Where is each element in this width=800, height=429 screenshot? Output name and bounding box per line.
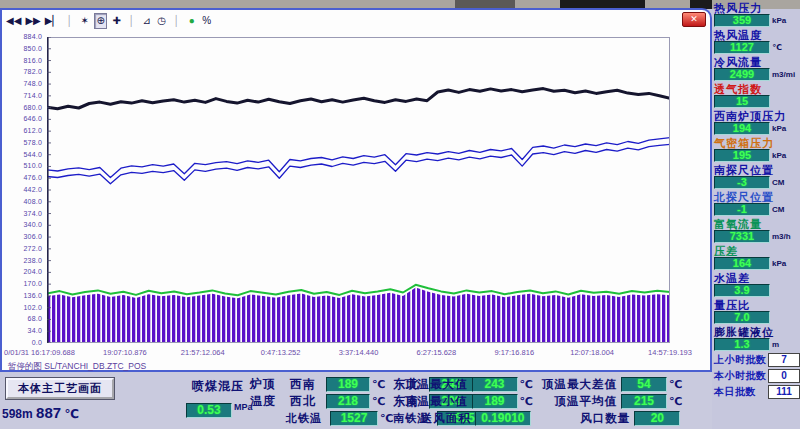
temp-pos-label: 西南 [290,376,316,393]
x-tick-label: 0/01/31 16:17:09.688 [4,348,75,357]
readout-label: 热风温度 [714,29,800,41]
readout-row: -3CM [714,176,800,189]
readout-item: 冷风流量2499m3/mi [714,56,800,81]
x-tick-label: 6:27:15.628 [417,348,457,357]
y-tick-label: 306.0 [2,233,42,240]
readout-value: 1127 [714,41,770,54]
series-top-pressure [47,89,670,109]
trend-plot[interactable] [47,37,670,343]
readout-label: 富氧流量 [714,218,800,230]
readout-value: -3 [714,176,770,189]
readout-row: 1.3m [714,338,800,351]
separator: │ [64,14,75,28]
y-tick-label: 136.0 [2,292,42,299]
pin-icon[interactable]: ✶ [79,14,90,28]
trend-icon[interactable]: ⊿ [141,14,152,28]
readout-unit: kPa [772,124,786,133]
counter-label: 本小时批数 [714,369,766,383]
temp-value: 189 [326,377,370,392]
readout-row: 194kPa [714,122,800,135]
x-tick-label: 9:17:16.816 [494,348,534,357]
fast-forward-icon[interactable]: ▶▶ [25,14,40,28]
readout-value: 1.3 [714,338,770,351]
readout-unit: m3/h [772,232,791,241]
readout-list: 热风压力359kPa热风温度1127℃冷风流量2499m3/mi透气指数15西南… [712,2,800,351]
stat-value: 20 [634,411,680,426]
y-tick-label: 816.0 [2,57,42,64]
readout-label: 北探尺位置 [714,191,800,203]
clock-icon[interactable]: ◷ [156,14,167,28]
readout-label: 冷风流量 [714,56,800,68]
readout-unit: CM [772,178,784,187]
coal-pressure-group: 喷煤混压 0.53 MPa [186,378,256,418]
stockline-depth: 598m 887 ℃ [2,404,79,421]
rewind-icon[interactable]: ◀◀ [6,14,21,28]
series-stock-level-green [47,285,670,295]
stat-unit: ℃ [520,395,533,408]
y-tick-label: 578.0 [2,139,42,146]
readout-value: 194 [714,122,770,135]
counter-label: 本日批数 [714,385,766,399]
y-tick-label: 170.0 [2,280,42,287]
x-tick-label: 3:37:14.440 [339,348,379,357]
main-process-screen-button[interactable]: 本体主工艺画面 [6,378,114,399]
readout-item: 南探尺位置-3CM [714,164,800,189]
zoom-icon[interactable]: ⊕ [94,13,107,29]
temp-unit: ℃ [372,395,385,408]
temp-unit: ℃ [64,407,79,421]
y-tick-label: 884.0 [2,33,42,40]
y-tick-label: 34.0 [2,327,42,334]
x-tick-label: 19:07:10.876 [103,348,147,357]
stat-label: 顶温平均值 [555,394,618,409]
readout-item: 北探尺位置-1CM [714,191,800,216]
coal-pressure-label: 喷煤混压 [192,378,256,395]
y-tick-label: 204.0 [2,268,42,275]
percent-icon[interactable]: % [201,14,212,28]
stat-unit: ℃ [669,395,682,408]
stat-label: 送风面积 [421,411,471,426]
stat-value: 215 [621,394,667,409]
stat-value: 189 [472,394,518,409]
stat-unit: ℃ [669,378,682,391]
separator: │ [126,14,137,28]
close-icon[interactable]: ✕ [682,12,706,27]
iron-temp-unit: ℃ [380,412,393,425]
stat-unit: ℃ [520,378,533,391]
counter-label: 上小时批数 [714,353,766,367]
readout-value: -1 [714,203,770,216]
readout-unit: ℃ [772,43,782,52]
readout-item: 富氧流量7331m3/h [714,218,800,243]
readout-row: 7.0 [714,311,800,324]
readout-unit: CM [772,205,784,214]
hmi-screen: { "window": {"close_label": "✕"}, "toolb… [0,0,800,429]
readout-row: 15 [714,95,800,108]
readout-row: 1127℃ [714,41,800,54]
y-tick-label: 340.0 [2,221,42,228]
separator: │ [171,14,182,28]
y-tick-label: 0.0 [2,339,42,346]
iron-temp-label: 北铁温 [286,411,322,426]
readout-value: 7331 [714,230,770,243]
y-tick-label: 408.0 [2,198,42,205]
y-tick-label: 272.0 [2,245,42,252]
readout-value: 2499 [714,68,770,81]
readout-row: 359kPa [714,14,800,27]
y-tick-label: 374.0 [2,210,42,217]
temp-pos-label: 西北 [290,393,316,410]
counter-row: 本小时批数 0 [714,369,800,383]
readout-value: 7.0 [714,311,770,324]
skip-end-icon[interactable]: ▶▏ [45,14,60,28]
readout-item: 量压比7.0 [714,299,800,324]
counter-row: 本日批数 111 [714,385,800,399]
temp-value: 218 [326,394,370,409]
readout-value: 15 [714,95,770,108]
y-tick-label: 544.0 [2,151,42,158]
record-icon[interactable]: ● [186,14,197,28]
pan-icon[interactable]: ✚ [111,14,122,28]
readout-sidebar: 热风压力359kPa热风温度1127℃冷风流量2499m3/mi透气指数15西南… [712,0,800,429]
stat-value: 0.19010 [475,411,531,426]
counter-value: 7 [768,353,800,367]
readout-label: 压差 [714,245,800,257]
y-tick-label: 680.0 [2,104,42,111]
readout-row: -1CM [714,203,800,216]
